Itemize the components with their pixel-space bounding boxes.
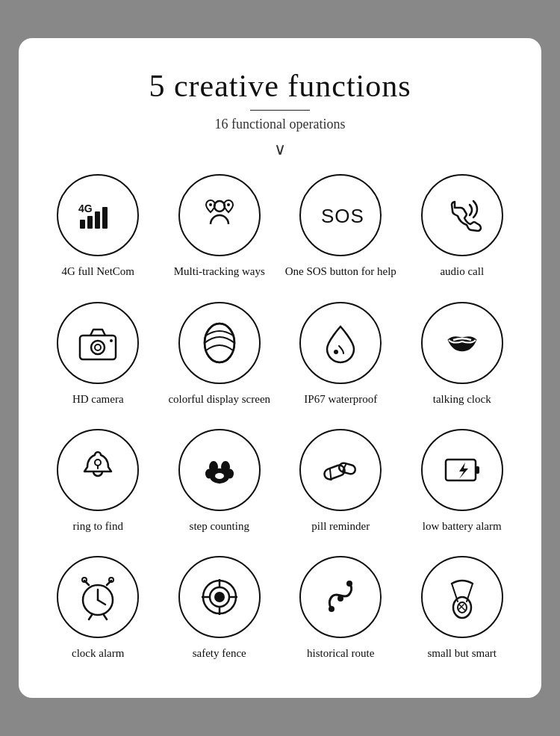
svg-rect-4	[102, 207, 108, 229]
feature-talkingclock: talking clock	[405, 302, 520, 406]
feature-safetyfence: safety fence	[163, 556, 277, 661]
feature-historicalroute: historical route	[284, 556, 398, 661]
sos-icon-circle: SOS	[299, 174, 382, 256]
smallsmart-icon-circle	[421, 556, 503, 638]
svg-point-14	[205, 324, 234, 362]
svg-point-47	[346, 581, 352, 587]
4g-icon-circle: 4G	[57, 174, 139, 256]
feature-sos: SOS One SOS button for help	[284, 174, 398, 279]
audiocall-icon-circle	[421, 174, 503, 256]
feature-ringtofind: ring to find	[41, 429, 155, 534]
multitrack-icon-circle	[178, 174, 261, 256]
main-title: 5 creative functions	[34, 68, 526, 104]
feature-camera: HD camera	[41, 302, 155, 406]
feature-4g: 4G 4G full NetCom	[41, 174, 155, 279]
svg-rect-2	[87, 216, 93, 229]
feature-multitrack: Multi-tracking ways	[163, 174, 277, 279]
talkingclock-label: talking clock	[433, 392, 491, 406]
main-card: 5 creative functions 16 functional opera…	[19, 38, 541, 699]
feature-pillreminder: pill reminder	[284, 429, 398, 534]
lowbattery-label: low battery alarm	[423, 519, 502, 534]
lowbattery-icon-circle	[421, 429, 503, 511]
svg-point-22	[215, 473, 224, 479]
feature-display: colorful display screen	[163, 302, 277, 406]
svg-point-12	[110, 339, 113, 342]
svg-point-45	[329, 606, 335, 612]
clockalarm-icon-circle	[57, 556, 139, 638]
svg-line-37	[104, 615, 107, 619]
audiocall-label: audio call	[440, 264, 484, 279]
safetyfence-label: safety fence	[193, 646, 246, 661]
svg-rect-9	[80, 335, 116, 359]
display-icon-circle	[178, 302, 261, 384]
talkingclock-icon-circle	[421, 302, 503, 384]
svg-text:4G: 4G	[78, 202, 93, 214]
waterproof-label: IP67 waterproof	[304, 392, 377, 406]
feature-lowbattery: low battery alarm	[405, 429, 520, 534]
camera-label: HD camera	[72, 392, 124, 406]
display-label: colorful display screen	[168, 392, 270, 406]
features-grid: 4G 4G full NetCom	[34, 174, 526, 661]
waterproof-icon-circle	[299, 302, 382, 384]
chevron-icon: ∨	[34, 140, 526, 159]
svg-rect-3	[95, 211, 100, 229]
svg-point-5	[214, 201, 225, 211]
svg-point-6	[209, 203, 212, 206]
pillreminder-label: pill reminder	[311, 519, 370, 534]
svg-text:SOS: SOS	[321, 205, 364, 227]
svg-point-20	[206, 469, 212, 477]
feature-smallsmart: small but smart	[405, 556, 520, 661]
header-section: 5 creative functions 16 functional opera…	[34, 68, 526, 133]
svg-point-10	[91, 341, 105, 354]
svg-rect-1	[80, 220, 85, 229]
stepcounting-label: step counting	[190, 519, 249, 534]
svg-point-21	[227, 469, 233, 477]
divider	[250, 110, 310, 111]
svg-point-46	[337, 596, 343, 602]
svg-line-36	[89, 615, 92, 619]
svg-line-33	[98, 600, 105, 604]
ringtofind-label: ring to find	[73, 519, 124, 534]
svg-point-7	[227, 203, 230, 206]
svg-rect-28	[476, 466, 479, 474]
subtitle: 16 functional operations	[34, 117, 526, 132]
feature-waterproof: IP67 waterproof	[284, 302, 398, 406]
4g-label: 4G full NetCom	[62, 264, 135, 279]
svg-rect-25	[338, 462, 356, 474]
svg-point-11	[95, 344, 101, 350]
feature-audiocall: audio call	[405, 174, 520, 279]
historicalroute-icon-circle	[299, 556, 382, 638]
safetyfence-icon-circle	[178, 556, 261, 638]
feature-stepcounting: step counting	[163, 429, 277, 534]
sos-label: One SOS button for help	[285, 264, 396, 279]
ringtofind-icon-circle	[57, 429, 139, 511]
smallsmart-label: small but smart	[428, 646, 497, 661]
multitrack-label: Multi-tracking ways	[174, 264, 265, 279]
clockalarm-label: clock alarm	[72, 646, 124, 661]
svg-point-15	[334, 350, 338, 354]
camera-icon-circle	[57, 302, 139, 384]
pillreminder-icon-circle	[299, 429, 382, 511]
svg-point-16	[95, 460, 101, 466]
stepcounting-icon-circle	[178, 429, 261, 511]
feature-clockalarm: clock alarm	[41, 556, 155, 661]
svg-point-40	[214, 592, 225, 602]
historicalroute-label: historical route	[307, 646, 374, 661]
